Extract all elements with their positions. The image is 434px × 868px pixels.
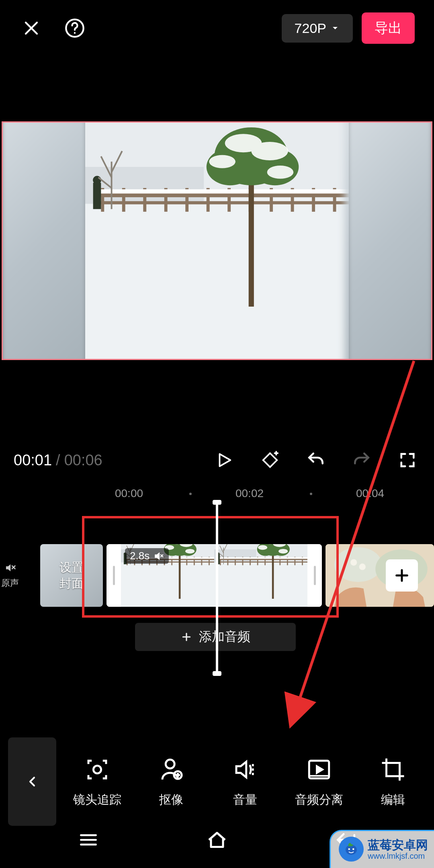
redo-button[interactable] — [351, 450, 372, 471]
close-button[interactable] — [19, 16, 43, 40]
svg-line-57 — [291, 361, 414, 723]
watermark-logo — [339, 837, 364, 862]
cutout-icon — [157, 755, 185, 784]
svg-point-47 — [334, 547, 382, 582]
site-watermark: 蓝莓安卓网 www.lmkjsf.com — [330, 830, 434, 868]
add-clip-button[interactable] — [386, 559, 418, 592]
clip-trim-left[interactable] — [106, 544, 121, 607]
watermark-title: 蓝莓安卓网 — [368, 838, 428, 852]
svg-point-58 — [93, 766, 101, 773]
export-label: 导出 — [375, 20, 402, 35]
tool-label: 编辑 — [381, 792, 405, 808]
help-button[interactable] — [63, 16, 87, 40]
tool-volume[interactable]: 音量 — [215, 755, 275, 808]
preview-blur-left — [2, 121, 89, 360]
svg-marker-36 — [220, 454, 231, 467]
clip-body[interactable]: 2.8s — [121, 544, 307, 607]
clip-duration: 2.8s — [130, 550, 149, 562]
svg-marker-66 — [317, 766, 323, 773]
export-button[interactable]: 导出 — [362, 12, 415, 44]
ruler-dot — [310, 493, 312, 495]
watermark-url: www.lmkjsf.com — [368, 852, 428, 860]
total-duration: 00:06 — [64, 452, 102, 469]
resolution-selector[interactable]: 720P — [282, 14, 353, 43]
svg-marker-37 — [263, 453, 277, 467]
crop-icon — [379, 755, 407, 784]
cover-label-line1: 设置 — [59, 561, 84, 574]
chevron-left-icon — [24, 774, 40, 790]
ruler-mark: 00:04 — [356, 487, 384, 500]
time-separator: / — [52, 452, 64, 469]
cover-label-line2: 封面 — [59, 577, 84, 590]
ruler-dot — [189, 493, 192, 495]
resolution-label: 720P — [295, 20, 326, 36]
original-sound-toggle[interactable]: 原声 — [0, 544, 20, 607]
video-preview[interactable] — [2, 121, 432, 360]
playhead[interactable] — [216, 502, 218, 674]
current-time: 00:01 — [14, 452, 52, 469]
tool-tracking[interactable]: 镜头追踪 — [67, 755, 127, 808]
video-clip-1[interactable]: 2.8s — [106, 544, 322, 607]
svg-marker-40 — [6, 564, 10, 571]
svg-point-73 — [352, 848, 354, 850]
svg-rect-67 — [309, 775, 329, 776]
tool-edit[interactable]: 编辑 — [363, 755, 423, 808]
tool-label: 音频分离 — [295, 792, 343, 808]
home-icon — [205, 828, 229, 852]
svg-point-59 — [166, 760, 174, 768]
plus-icon — [180, 631, 192, 643]
edit-toolbar: 镜头追踪 抠像 音量 音频分离 编辑 — [0, 735, 434, 828]
add-audio-button[interactable]: 添加音频 — [135, 623, 296, 651]
add-audio-label: 添加音频 — [199, 628, 250, 646]
svg-point-71 — [346, 845, 357, 855]
svg-point-49 — [350, 559, 357, 566]
ruler-mark: 00:00 — [115, 487, 143, 500]
tool-label: 镜头追踪 — [73, 792, 121, 808]
clip-mute-icon — [154, 551, 164, 561]
playback-controls: 00:01 / 00:06 — [0, 444, 434, 476]
keyframe-button[interactable] — [260, 450, 280, 471]
chevron-down-icon — [330, 23, 340, 33]
tool-label: 音量 — [233, 792, 257, 808]
plus-icon — [394, 567, 410, 583]
set-cover-button[interactable]: 设置 封面 — [40, 544, 103, 607]
ruler-mark: 00:02 — [235, 487, 264, 500]
preview-blur-right — [345, 121, 432, 360]
nav-home-button[interactable] — [201, 828, 233, 852]
fullscreen-button[interactable] — [397, 450, 418, 471]
tracking-icon — [83, 755, 111, 784]
menu-icon — [77, 829, 100, 851]
svg-point-72 — [348, 848, 350, 850]
play-button[interactable] — [214, 450, 235, 471]
clip-info-badge: 2.8s — [125, 548, 169, 564]
original-sound-label: 原声 — [1, 577, 19, 589]
tool-cutout[interactable]: 抠像 — [141, 755, 201, 808]
nav-recent-button[interactable] — [72, 828, 104, 852]
svg-marker-43 — [155, 553, 159, 559]
svg-point-35 — [74, 32, 76, 34]
mute-icon — [4, 562, 16, 574]
volume-icon — [231, 755, 259, 784]
preview-frame — [85, 123, 349, 359]
clip-trim-right[interactable] — [307, 544, 322, 607]
svg-point-50 — [359, 563, 366, 570]
undo-button[interactable] — [305, 450, 326, 471]
audio-separate-icon — [305, 755, 333, 784]
tool-audio-separate[interactable]: 音频分离 — [289, 755, 349, 808]
toolbar-back-button[interactable] — [8, 737, 56, 826]
svg-marker-63 — [236, 762, 246, 777]
tool-label: 抠像 — [159, 792, 183, 808]
